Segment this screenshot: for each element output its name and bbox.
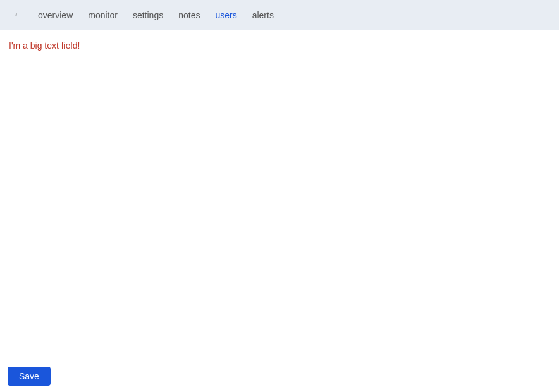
nav-link-settings[interactable]: settings [126,6,169,24]
back-button[interactable]: ← [8,6,29,24]
main-content: I'm a big text field! [0,30,559,360]
footer-bar: Save [0,360,559,392]
save-button[interactable]: Save [8,367,51,386]
nav-link-alerts[interactable]: alerts [246,6,280,24]
textarea-container: I'm a big text field! [0,30,559,360]
nav-link-notes[interactable]: notes [172,6,206,24]
nav-link-overview[interactable]: overview [32,6,79,24]
nav-link-monitor[interactable]: monitor [82,6,124,24]
big-text-field[interactable]: I'm a big text field! [0,30,559,360]
nav-bar: ← overview monitor settings notes users … [0,0,559,30]
back-icon: ← [13,8,24,21]
nav-link-users[interactable]: users [209,6,243,24]
